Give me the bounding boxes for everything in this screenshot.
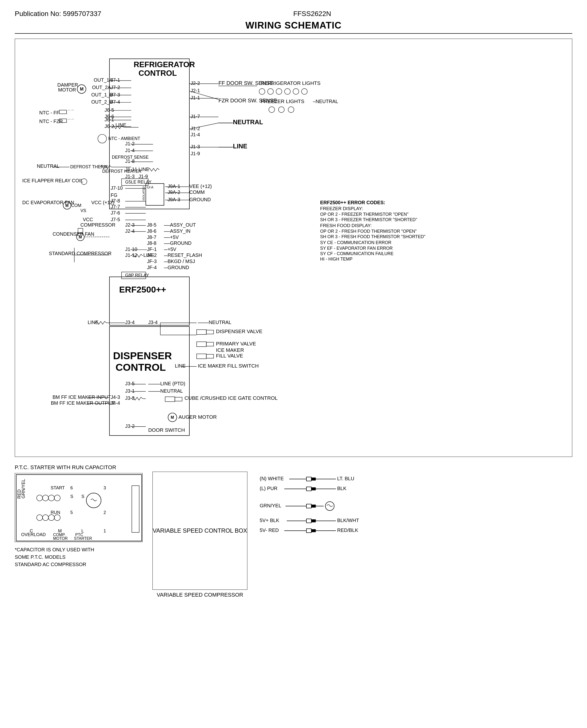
j3-2b-label: J3-2: [125, 424, 135, 429]
refrigerator-control-label: REFRIGERATOR: [134, 60, 195, 69]
damper-label: DAMPER: [57, 82, 78, 88]
j7-2-label: J7-2: [111, 85, 120, 90]
ice-flapper-label: ICE FLAPPER RELAY COIL: [22, 178, 84, 183]
line-big-label: LINE: [233, 143, 247, 150]
jf-ground-label: GROUND: [167, 265, 189, 270]
overload-label: OVERLOAD: [21, 532, 46, 537]
neutral-label-left: NEUTRAL: [37, 163, 60, 169]
fzr-lights-label: FREEZER LIGHTS: [261, 98, 304, 104]
op-or-2-ff-open-label: OP OR 2 - FRESH FOOD THERMISTOR "OPEN": [320, 229, 417, 234]
j1-12-label: J1-12: [125, 252, 137, 258]
neutral-big-label: NEUTRAL: [233, 119, 263, 126]
vs-control-box: VARIABLE SPEED CONTROL BOX: [152, 472, 248, 590]
ptc-diagram: LT. BLU RED GRN/YEL START 6 3: [15, 473, 143, 542]
sy-ce-label: SY CE - COMMUNICATION ERROR: [320, 240, 392, 245]
fg-label: FG: [111, 192, 117, 198]
svg-point-95: [54, 495, 60, 501]
l-pur-label: (L) PUR: [260, 486, 277, 491]
vs-control-section: VARIABLE SPEED CONTROL BOX VARIABLE SPEE…: [152, 472, 248, 598]
svg-rect-120: [306, 529, 311, 533]
motor-label: MOTOR: [58, 87, 76, 92]
j8-6-label: J8-6: [147, 228, 157, 234]
svg-rect-48: [110, 277, 189, 325]
line-j11-label: LINE: [138, 166, 149, 172]
j1-1-label: J1-1: [191, 95, 200, 100]
sh-or-3-ff-shorted-label: SH OR 3 - FRESH FOOD THERMISTOR "SHORTED…: [320, 234, 425, 239]
svg-rect-108: [311, 487, 316, 490]
j1-9-label: J1-9: [138, 174, 148, 179]
auger-motor-label: AUGER MOTOR: [179, 414, 217, 420]
standard-ac-label: STANDARD AC COMPRESSOR: [15, 561, 143, 568]
j3-4-disp-label: J3-4: [125, 320, 135, 325]
run-label: RUN: [51, 510, 60, 515]
j4-3-label: J4-3: [111, 394, 120, 400]
j1-3-label: J1-3: [125, 174, 135, 179]
j1-11-label: J1-11: [125, 166, 137, 172]
j2-3-label: J2-3: [125, 222, 135, 228]
ui-a-label: UI: [147, 185, 150, 189]
jf-1-label: JF-1: [147, 247, 157, 252]
ntc-ambient-label: NTC - AMBIENT: [108, 136, 140, 141]
ref-lights-label: REFRIGERATOR LIGHTS: [261, 80, 321, 86]
svg-rect-87: [175, 397, 182, 401]
hi-high-temp-label: HI - HIGH TEMP: [320, 257, 353, 261]
svg-rect-103: [306, 477, 311, 481]
j2-1-label: J2-1: [191, 88, 200, 93]
svg-point-53: [276, 89, 282, 94]
error-codes-title: ERF2500++ ERROR CODES:: [320, 200, 385, 205]
start-label: START: [51, 485, 65, 490]
svg-point-52: [267, 89, 274, 94]
svg-rect-121: [311, 529, 316, 532]
svg-rect-6: [59, 110, 67, 114]
vs-wiring: (N) WHITE LT. BLU (L) PUR BLK GRN/YEL: [257, 467, 572, 544]
svg-point-13: [98, 134, 107, 143]
plus5v-label: +5V: [170, 234, 179, 240]
jf-4-label: JF-4: [147, 265, 157, 270]
neutral-j3-label: NEUTRAL: [160, 388, 183, 394]
svg-point-92: [37, 495, 43, 501]
ice-maker-label: ICE MAKER: [216, 347, 244, 353]
j8-8-label: J8-8: [147, 241, 157, 246]
page: Publication No: 5995707337 FFSS2622N WIR…: [0, 0, 587, 728]
svg-point-54: [284, 89, 290, 94]
svg-point-100: [54, 515, 60, 521]
svg-rect-77: [197, 330, 206, 335]
assy-in-label: ASSY_IN: [170, 228, 190, 234]
j1-8-label: J1-8: [125, 158, 135, 164]
vs-compressor-label: VARIABLE SPEED COMPRESSOR: [157, 592, 243, 598]
j7-4-label: J7-4: [111, 99, 120, 105]
j3-1-label: J3-1: [125, 388, 135, 394]
erf2500-label: ERF2500++: [119, 285, 166, 295]
j8-7-label: J8-7: [147, 234, 157, 240]
svg-point-58: [269, 107, 275, 113]
comp-motor2-label: MOTOR: [53, 536, 68, 541]
num-6-label: 6: [70, 485, 73, 490]
vs-wiring-svg: (N) WHITE LT. BLU (L) PUR BLK GRN/YEL: [257, 467, 405, 543]
j9a-3-label: J9A-3: [167, 197, 180, 202]
j9a-1-label: J9A-1: [167, 184, 180, 189]
svg-point-98: [43, 515, 48, 521]
title-divider: [15, 33, 572, 34]
j2-4-label: J2-4: [125, 228, 135, 234]
j7-3-label: J7-3: [111, 92, 120, 97]
num-5-label: 5: [70, 510, 73, 515]
svg-point-94: [48, 495, 54, 501]
auger-m-label: M: [171, 415, 174, 419]
svg-point-60: [288, 107, 294, 113]
ground-label: GROUND: [189, 197, 211, 202]
j6-1-label: J6-1: [104, 117, 114, 122]
5v-blk-label: 5V+ BLK: [260, 518, 279, 523]
bottom-section: P.T.C. STARTER WITH RUN CAPACITOR LT. BL…: [15, 464, 572, 598]
blk-label: BLK: [337, 486, 347, 491]
svg-point-97: [37, 515, 43, 521]
red-blk-label: RED/BLK: [337, 527, 358, 533]
j1-2-label: J1-2: [125, 141, 135, 146]
jf-2-label: JF-2: [147, 252, 157, 258]
svg-point-93: [43, 495, 48, 501]
svg-rect-81: [197, 354, 206, 359]
svg-rect-104: [311, 478, 316, 480]
lt-blu-right-label: LT. BLU: [337, 476, 354, 481]
svg-point-59: [278, 107, 284, 113]
svg-point-99: [48, 515, 54, 521]
j2-2-label: J2-2: [191, 81, 200, 86]
